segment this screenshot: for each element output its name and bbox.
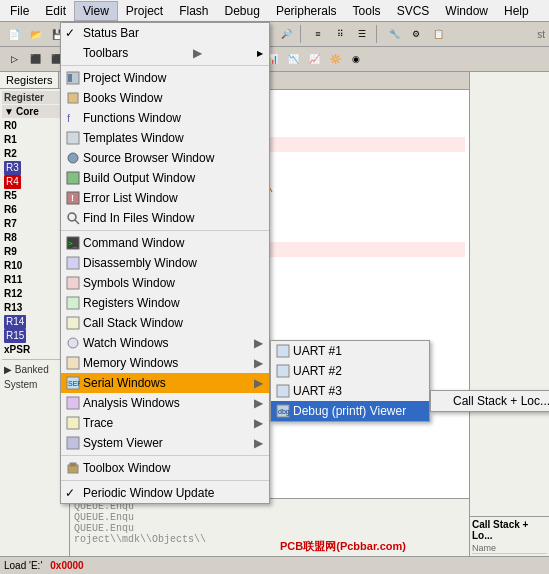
toolbar-extra1[interactable]: 🔧: [384, 24, 404, 44]
menu-flash[interactable]: Flash: [171, 2, 216, 20]
menu-toolbars[interactable]: Toolbars ▶: [61, 43, 269, 63]
sep3: [61, 455, 269, 456]
menu-edit[interactable]: Edit: [37, 2, 74, 20]
menu-callstack-window[interactable]: Call Stack Window: [61, 313, 269, 333]
reg-r4: R4: [2, 175, 67, 189]
menu-command-window[interactable]: >_ Command Window: [61, 233, 269, 253]
menu-serial-windows[interactable]: SER Serial Windows ▶: [61, 373, 269, 393]
toolbar2-b14[interactable]: 📈: [304, 49, 324, 69]
svg-rect-23: [67, 437, 79, 449]
menu-templates-window[interactable]: Templates Window: [61, 128, 269, 148]
menu-project-window-label: Project Window: [83, 71, 166, 85]
menu-functions-window[interactable]: f Functions Window: [61, 108, 269, 128]
menu-templates-window-label: Templates Window: [83, 131, 184, 145]
toolbar-sep4: [300, 25, 304, 43]
menu-watch-windows[interactable]: Watch Windows ▶: [61, 333, 269, 353]
menu-statusbar[interactable]: ✓ Status Bar: [61, 23, 269, 43]
right-panel-header: Call Stack + Lo...: [472, 519, 547, 541]
menu-project-window[interactable]: Project Window: [61, 68, 269, 88]
menu-view[interactable]: View: [74, 1, 118, 21]
menu-tools[interactable]: Tools: [345, 2, 389, 20]
toolbar-new[interactable]: 📄: [4, 24, 24, 44]
menu-toolbox-window[interactable]: Toolbox Window: [61, 458, 269, 478]
toolbox-icon: [65, 460, 81, 476]
menu-registers-window[interactable]: Registers Window: [61, 293, 269, 313]
toolbar2-b16[interactable]: ◉: [346, 49, 366, 69]
toolbar-extra2[interactable]: ⚙: [406, 24, 426, 44]
menu-errorlist-window[interactable]: ! Error List Window: [61, 188, 269, 208]
menu-disassembly-window[interactable]: Disassembly Window: [61, 253, 269, 273]
toolbar-grid[interactable]: ≡: [308, 24, 328, 44]
svg-text:dbg: dbg: [278, 408, 290, 416]
svg-rect-18: [67, 357, 79, 369]
toolbar-dots[interactable]: ⠿: [330, 24, 350, 44]
errorlist-icon: !: [65, 190, 81, 206]
toolbar2-b15[interactable]: 🔆: [325, 49, 345, 69]
memory-arrow: ▶: [244, 356, 263, 370]
menu-uart1-label: UART #1: [293, 344, 342, 358]
menu-memory-windows[interactable]: Memory Windows ▶: [61, 353, 269, 373]
menu-buildoutput-window[interactable]: Build Output Window: [61, 168, 269, 188]
svg-text:!: !: [71, 193, 74, 203]
menu-debug-printf[interactable]: dbg Debug (printf) Viewer: [271, 401, 429, 421]
menu-books-window[interactable]: Books Window: [61, 88, 269, 108]
toolbar-search[interactable]: 🔎: [276, 24, 296, 44]
system-label: System: [4, 379, 37, 390]
callstack-loc-label: Call Stack + Loc...: [453, 394, 549, 408]
menu-analysis-windows[interactable]: Analysis Windows ▶: [61, 393, 269, 413]
menu-callstack-loc[interactable]: Call Stack + Loc...: [431, 391, 549, 411]
svg-point-9: [68, 213, 76, 221]
toolbar-sep5: [376, 25, 380, 43]
bottom-code-line4: roject\\mdk\\Objects\\: [74, 534, 465, 545]
watermark: PCB联盟网(Pcbbar.com): [280, 539, 406, 554]
toolbar2-b1[interactable]: ▷: [4, 49, 24, 69]
menu-trace[interactable]: Trace ▶: [61, 413, 269, 433]
reg-r2: R2: [2, 147, 67, 161]
menu-debug[interactable]: Debug: [217, 2, 268, 20]
menu-serial-label: Serial Windows: [83, 376, 166, 390]
tab-registers[interactable]: Registers: [0, 72, 59, 88]
menu-symbols-window[interactable]: Symbols Window: [61, 273, 269, 293]
toolbar-lines[interactable]: ☰: [352, 24, 372, 44]
sourcebrowser-icon: [65, 150, 81, 166]
registers-icon: [65, 295, 81, 311]
menu-statusbar-label: Status Bar: [83, 26, 139, 40]
svg-rect-22: [67, 417, 79, 429]
uart3-icon: [275, 383, 291, 399]
menu-findinfiles-window[interactable]: Find In Files Window: [61, 208, 269, 228]
toolbar-open[interactable]: 📂: [26, 24, 46, 44]
core-collapse[interactable]: ▼ Core: [2, 105, 67, 118]
callstack-icon: [65, 315, 81, 331]
svg-rect-14: [67, 277, 79, 289]
menu-svcs[interactable]: SVCS: [389, 2, 438, 20]
menu-errorlist-label: Error List Window: [83, 191, 178, 205]
menu-buildoutput-label: Build Output Window: [83, 171, 195, 185]
functions-window-icon: f: [65, 110, 81, 126]
toolbar-extra3[interactable]: 📋: [428, 24, 448, 44]
analysis-icon: [65, 395, 81, 411]
menu-uart1[interactable]: UART #1: [271, 341, 429, 361]
uart1-icon: [275, 343, 291, 359]
menu-sourcebrowser-window[interactable]: Source Browser Window: [61, 148, 269, 168]
reg-r11: R11: [2, 273, 67, 287]
menu-periodic-update[interactable]: ✓ Periodic Window Update: [61, 483, 269, 503]
toolbar2-b13[interactable]: 📉: [283, 49, 303, 69]
menu-file[interactable]: File: [2, 2, 37, 20]
menu-peripherals[interactable]: Peripherals: [268, 2, 345, 20]
sysviewer-arrow: ▶: [244, 436, 263, 450]
toolbar-text: st: [537, 29, 545, 40]
menu-help[interactable]: Help: [496, 2, 537, 20]
svg-rect-16: [67, 317, 79, 329]
toolbar2-b2[interactable]: ⬛: [25, 49, 45, 69]
menu-window[interactable]: Window: [437, 2, 496, 20]
menu-system-viewer[interactable]: System Viewer ▶: [61, 433, 269, 453]
reg-r12: R12: [2, 287, 67, 301]
sep4: [61, 480, 269, 481]
books-window-icon: [65, 90, 81, 106]
disassembly-icon: [65, 255, 81, 271]
reg-xpsr: xPSR: [2, 343, 67, 357]
menu-project[interactable]: Project: [118, 2, 171, 20]
svg-rect-27: [277, 365, 289, 377]
menu-uart3[interactable]: UART #3: [271, 381, 429, 401]
menu-uart2[interactable]: UART #2: [271, 361, 429, 381]
